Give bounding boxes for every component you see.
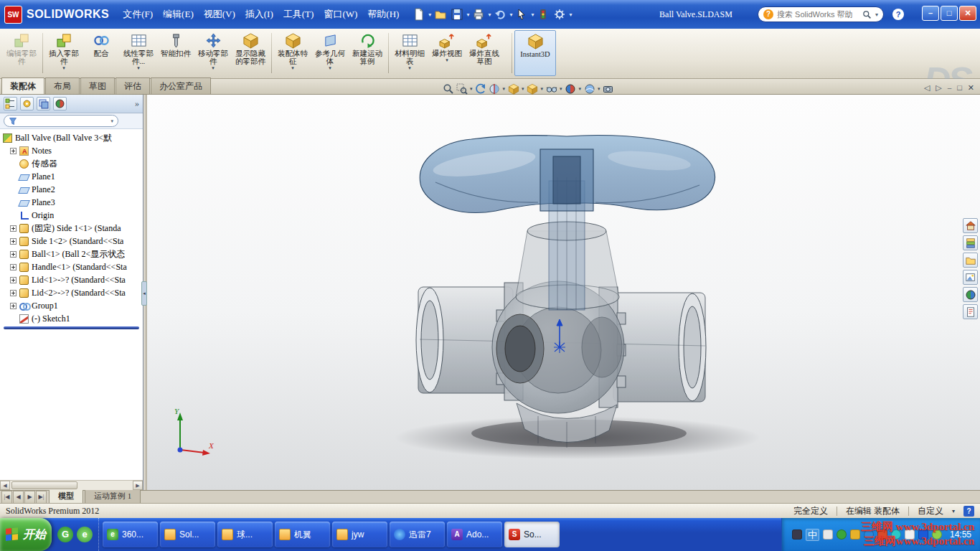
pane-toggle-right-icon[interactable]: ▷ [936,82,941,93]
tree-item-side1-2[interactable]: Side 1<2> (Standard<<Sta [0,235,143,248]
undo-icon[interactable] [492,6,508,22]
menu-file[interactable]: 文件(F) [118,6,158,23]
tab-office-products[interactable]: 办公室产品 [151,77,211,94]
graphics-viewport[interactable]: Y X [147,95,980,490]
update-icon[interactable] [850,529,860,540]
dropdown-arrow-icon[interactable]: ▾ [428,11,431,18]
file-explorer-icon[interactable] [963,253,978,268]
new-motion-study-button[interactable]: 新建运动算例 [349,30,386,76]
dropdown-arrow-icon[interactable]: ▾ [291,66,294,70]
view-orientation-icon[interactable] [507,83,519,95]
expand-icon[interactable] [10,290,17,296]
display-style-icon[interactable] [527,83,539,95]
tree-root[interactable]: Ball Valve (Ball Valve 3<默 [0,131,143,144]
dropdown-arrow-icon[interactable]: ▾ [531,11,534,18]
dropdown-arrow-icon[interactable]: ▾ [137,66,140,70]
dropdown-arrow-icon[interactable]: ▾ [408,66,411,70]
tree-item-origin[interactable]: Origin [0,209,143,222]
status-help-button[interactable]: ? [963,506,974,517]
dropdown-arrow-icon[interactable]: ▾ [62,66,65,70]
insert-component-button[interactable]: 插入零部件 ▾ [45,30,83,76]
rebuild-icon[interactable] [535,6,551,22]
next-tab-icon[interactable]: ▶ [24,491,35,504]
expand-icon[interactable] [10,303,17,309]
expand-icon[interactable] [10,277,17,283]
minimize-button[interactable]: – [922,6,939,21]
pane-toggle-left-icon[interactable]: ◁ [924,82,930,93]
menu-window[interactable]: 窗口(W) [319,6,362,23]
show-hidden-components-button[interactable]: 显示隐藏的零部件 [232,30,269,76]
start-button[interactable]: 开始 [0,518,52,551]
input-method-icon[interactable] [792,529,802,540]
menu-view[interactable]: 视图(V) [199,6,240,23]
taskbar-item-thunder[interactable]: 迅雷7 [390,522,445,547]
taskbar-item-sol-folder[interactable]: Sol... [160,522,215,547]
apply-scene-icon[interactable] [583,83,595,95]
previous-view-icon[interactable] [475,83,487,95]
dropdown-arrow-icon[interactable]: ▾ [212,66,215,70]
green-g-launcher-icon[interactable]: G [57,527,73,542]
minimize-doc-icon[interactable]: – [948,82,952,93]
maximize-button[interactable]: □ [941,6,958,21]
scrollbar-thumb[interactable] [11,481,77,489]
tab-model[interactable]: 模型 [49,490,83,504]
menu-help[interactable]: 帮助(H) [362,6,404,23]
search-icon[interactable] [862,10,872,19]
panel-splitter-grip[interactable]: ◂ [141,281,147,306]
tab-sketch[interactable]: 草图 [80,77,115,94]
last-tab-icon[interactable]: ▶| [36,491,47,504]
tree-item-sketch1[interactable]: (-) Sketch1 [0,312,143,325]
menu-insert[interactable]: 插入(I) [240,6,278,23]
solidworks-resources-home-icon[interactable] [963,218,978,233]
tab-layout[interactable]: 布局 [45,77,80,94]
print-icon[interactable] [471,6,486,22]
search-input[interactable] [777,10,859,19]
dropdown-arrow-icon[interactable]: ▾ [466,11,469,18]
select-arrow-icon[interactable] [514,6,529,22]
tree-item-plane2[interactable]: Plane2 [0,183,143,196]
zoom-fit-icon[interactable] [442,83,454,95]
tree-item-lid2[interactable]: Lid<2>->? (Standard<<Sta [0,286,143,299]
explode-line-sketch-button[interactable]: 爆炸直线草图 [466,30,503,76]
linear-component-pattern-button[interactable]: 线性零部件... ▾ [120,30,157,76]
taskbar-item-wing-folder[interactable]: 机翼 [275,522,330,547]
custom-status[interactable]: 自定义 [918,505,943,517]
status-dropdown-icon[interactable]: ▾ [952,508,955,514]
feature-manager-tree-icon[interactable] [4,97,17,110]
help-button[interactable]: ? [892,9,904,20]
restore-doc-icon[interactable]: □ [957,82,962,93]
section-view-icon[interactable] [489,83,501,95]
panel-overflow-chevron-icon[interactable]: » [135,98,139,109]
ball-valve-3d-model[interactable] [147,95,980,490]
dropdown-arrow-icon[interactable]: ▾ [329,66,331,70]
close-doc-icon[interactable]: ✕ [968,82,974,93]
prev-tab-icon[interactable]: ◀ [13,491,24,504]
tree-item-sensors[interactable]: 传感器 [0,157,143,170]
dropdown-arrow-icon[interactable]: ▾ [569,11,572,18]
dropdown-arrow-icon[interactable]: ▾ [522,86,524,92]
rollback-bar[interactable] [4,326,139,329]
dropdown-arrow-icon[interactable]: ▾ [509,11,512,18]
appearances-scenes-icon[interactable] [963,287,978,302]
taskbar-item-adobe[interactable]: AAdo... [447,522,502,547]
keyboard-icon[interactable] [823,529,833,540]
dropdown-arrow-icon[interactable]: ▾ [541,86,544,92]
expand-icon[interactable] [10,225,17,232]
tab-motion-study[interactable]: 运动算例 1 [85,490,141,504]
close-button[interactable]: ✕ [959,6,976,21]
open-icon[interactable] [433,6,448,22]
custom-properties-icon[interactable] [963,304,978,319]
dropdown-arrow-icon[interactable]: ▾ [446,58,448,62]
smart-fasteners-button[interactable]: 智能扣件 [157,30,194,76]
first-tab-icon[interactable]: |◀ [1,491,12,504]
tree-item-ball1[interactable]: Ball<1> (Ball 2<显示状态 [0,248,143,260]
reference-geometry-button[interactable]: 参考几何体 ▾ [311,30,349,76]
configuration-manager-icon[interactable] [37,97,50,110]
scroll-left-icon[interactable]: ◀ [0,481,10,490]
search-dropdown-icon[interactable]: ▾ [875,11,878,18]
scroll-right-icon[interactable]: ▶ [133,481,143,490]
taskbar-item-solidworks[interactable]: SSo... [504,522,560,547]
dropdown-arrow-icon[interactable]: ▾ [560,86,562,92]
bill-of-materials-button[interactable]: 材料明细表 ▾ [391,30,428,76]
view-palette-icon[interactable] [963,270,978,285]
